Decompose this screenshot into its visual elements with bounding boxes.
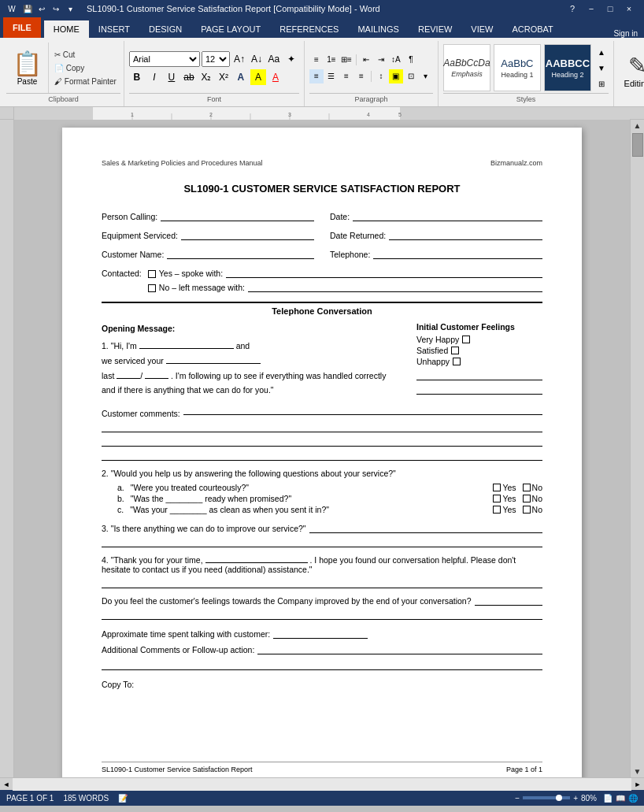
align-left-button[interactable]: ≡ (309, 69, 324, 83)
styles-scroll-up[interactable]: ▲ (594, 45, 609, 59)
decrease-indent-button[interactable]: ⇤ (359, 53, 373, 67)
style-heading2[interactable]: AABBCC Heading 2 (544, 44, 591, 91)
subscript-button[interactable]: X₂ (198, 69, 214, 85)
font-name-select[interactable]: Arial (129, 51, 200, 67)
bullets-button[interactable]: ≡ (309, 53, 324, 67)
tab-references[interactable]: REFERENCES (270, 20, 348, 38)
sub-q-a-text: "Were you treated courteously?" (131, 483, 490, 492)
scroll-right-arrow[interactable]: ► (631, 778, 644, 791)
close-button[interactable]: × (620, 0, 638, 17)
date-field: Date: (330, 210, 542, 221)
redo-icon[interactable]: ↪ (50, 3, 61, 14)
paste-button[interactable]: 📋 Paste (6, 43, 49, 93)
scroll-down-arrow[interactable]: ▼ (632, 766, 643, 777)
name-blank (139, 348, 234, 349)
shading-button[interactable]: ▣ (389, 69, 403, 83)
help-button[interactable]: ? (564, 0, 581, 17)
tab-review[interactable]: REVIEW (409, 20, 461, 38)
copy-button[interactable]: 📄 Copy (52, 63, 119, 73)
svg-text:1: 1 (131, 112, 134, 117)
tab-page-layout[interactable]: PAGE LAYOUT (191, 20, 270, 38)
tab-acrobat[interactable]: ACROBAT (502, 20, 562, 38)
line-spacing-button[interactable]: ↕ (374, 69, 388, 83)
window-controls[interactable]: ? − □ × (564, 0, 638, 17)
strikethrough-button[interactable]: ab (181, 69, 197, 85)
highlight-button[interactable]: A (250, 69, 266, 85)
customize-icon[interactable]: ▾ (65, 3, 76, 14)
minimize-button[interactable]: − (583, 0, 600, 17)
change-case-button[interactable]: Aa (266, 51, 282, 67)
paragraph-group: ≡ 1≡ ⊞≡ ⇤ ⇥ ↕A ¶ ≡ ☰ ≡ ≡ ↕ ▣ ⊡ ▾ Paragra (305, 41, 439, 106)
bold-button[interactable]: B (129, 69, 145, 85)
text-effects-button[interactable]: A (233, 69, 249, 85)
tab-insert[interactable]: INSERT (89, 20, 139, 38)
clear-format-button[interactable]: ✦ (283, 51, 299, 67)
horizontal-scrollbar[interactable]: ◄ ► (0, 777, 644, 790)
align-right-button[interactable]: ≡ (339, 69, 353, 83)
align-center-button[interactable]: ☰ (324, 69, 339, 83)
styles-scroll-down[interactable]: ▼ (594, 61, 609, 75)
sign-in[interactable]: Sign in (613, 29, 644, 38)
format-painter-button[interactable]: 🖌 Format Painter (52, 76, 119, 87)
italic-button[interactable]: I (146, 69, 162, 85)
font-color-button[interactable]: A (268, 69, 283, 85)
very-happy-checkbox[interactable] (462, 336, 470, 343)
style-emphasis[interactable]: AaBbCcDa Emphasis (443, 44, 490, 91)
scroll-thumb[interactable] (632, 133, 643, 157)
borders-button[interactable]: ⊡ (404, 69, 418, 83)
maximize-button[interactable]: □ (601, 0, 619, 17)
superscript-button[interactable]: X² (216, 69, 231, 85)
page-header: Sales & Marketing Policies and Procedure… (102, 159, 542, 167)
print-view-icon[interactable]: 📄 (603, 794, 613, 803)
shrink-font-button[interactable]: A↓ (249, 51, 265, 67)
show-paragraph-button[interactable]: ¶ (404, 53, 418, 67)
numbering-button[interactable]: 1≡ (324, 53, 339, 67)
paragraph-label: Paragraph (309, 93, 433, 105)
web-view-icon[interactable]: 🌐 (628, 794, 638, 803)
multilevel-button[interactable]: ⊞≡ (339, 53, 353, 67)
undo-icon[interactable]: ↩ (36, 3, 47, 14)
styles-more[interactable]: ⊞ (594, 76, 609, 91)
yes-b-checkbox[interactable] (493, 495, 501, 502)
no-checkbox[interactable] (148, 284, 156, 292)
tab-mailings[interactable]: MAILINGS (348, 20, 409, 38)
svg-text:4: 4 (367, 112, 370, 117)
zoom-bar[interactable] (523, 796, 570, 799)
scroll-left-arrow[interactable]: ◄ (0, 778, 13, 791)
zoom-out-icon[interactable]: − (515, 794, 520, 803)
save-icon[interactable]: 💾 (22, 3, 33, 14)
zoom-thumb[interactable] (556, 795, 562, 801)
cut-button[interactable]: ✂ Cut (52, 50, 119, 60)
tab-home[interactable]: HOME (44, 20, 89, 38)
no-c-checkbox[interactable] (523, 506, 531, 514)
justify-button[interactable]: ≡ (354, 69, 368, 83)
zoom-in-icon[interactable]: + (573, 794, 578, 803)
more-paragraph-button[interactable]: ▾ (419, 69, 433, 83)
grow-font-button[interactable]: A↑ (231, 51, 247, 67)
question3-row: 3. "Is there anything we can do to impro… (102, 522, 542, 533)
font-size-select[interactable]: 12 (202, 51, 230, 67)
underline-button[interactable]: U (164, 69, 180, 85)
no-b-checkbox[interactable] (523, 495, 531, 502)
word-count: 185 WORDS (63, 794, 109, 803)
yes-c-checkbox[interactable] (493, 506, 501, 514)
tab-design[interactable]: DESIGN (139, 20, 191, 38)
vertical-scrollbar[interactable]: ▲ ▼ (630, 120, 644, 777)
contact-options: Yes – spoke with: No – left message with… (148, 267, 542, 295)
tab-view[interactable]: VIEW (461, 20, 502, 38)
unhappy-checkbox[interactable] (453, 358, 461, 365)
h-scroll-track[interactable] (13, 778, 631, 791)
yes-a-checkbox[interactable] (493, 484, 501, 491)
style-heading1[interactable]: AaBbC Heading 1 (494, 44, 541, 91)
sub-question-c: c. "Was your ________ as clean as when y… (102, 505, 542, 514)
satisfied-checkbox[interactable] (451, 347, 459, 354)
no-a-checkbox[interactable] (523, 484, 531, 491)
tab-file[interactable]: FILE (3, 17, 41, 38)
increase-indent-button[interactable]: ⇥ (374, 53, 388, 67)
zoom-control[interactable]: − + 80% (515, 794, 597, 803)
sort-button[interactable]: ↕A (389, 53, 403, 67)
additional-comments-line (257, 643, 542, 654)
read-view-icon[interactable]: 📖 (616, 794, 625, 803)
scroll-up-arrow[interactable]: ▲ (632, 120, 643, 132)
yes-checkbox[interactable] (148, 270, 156, 278)
